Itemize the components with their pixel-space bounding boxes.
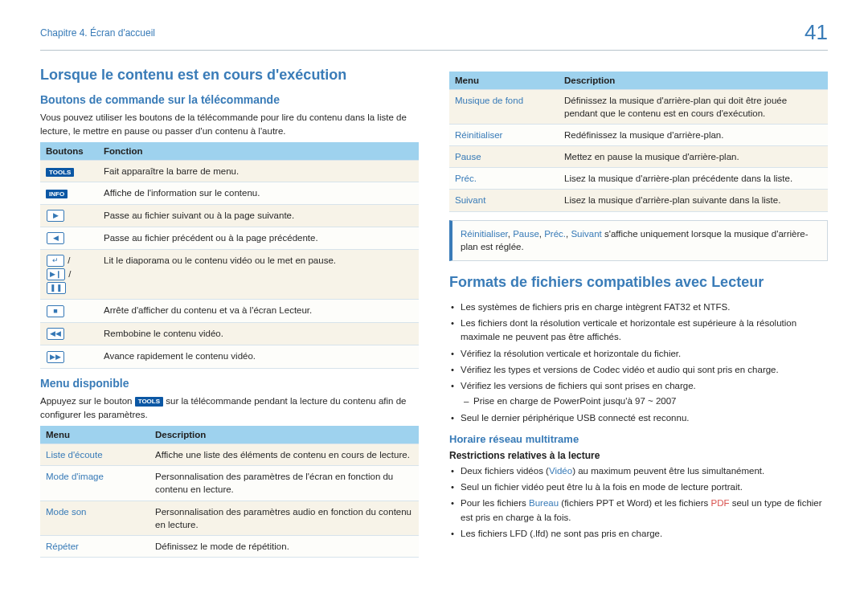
restrictions-list: Deux fichiers vidéos (Vidéo) au maximum … [449,464,828,541]
note-item: Suivant [571,229,601,239]
table-row: PauseMettez en pause la musique d'arrièr… [449,146,828,168]
fn-text: Fait apparaître la barre de menu. [98,161,419,182]
menu-table-right: Menu Description Musique de fondDéfiniss… [449,72,828,212]
table-row: ↵ / ▶❙ / ❚❚ Lit le diaporama ou le conte… [40,250,419,300]
next-icon: ▶ [47,210,64,222]
tools-badge-icon: TOOLS [46,168,74,178]
menu-intro-pre: Appuyez sur le bouton [40,396,135,406]
menu-item-name: Réinitialiser [455,130,502,140]
right-column: Menu Description Musique de fondDéfiniss… [449,67,828,566]
menu-item-desc: Définissez la musique d'arrière-plan qui… [559,90,828,125]
content-columns: Lorsque le contenu est en cours d'exécut… [40,67,828,566]
menu-item-desc: Personnalisation des paramètres de l'écr… [149,466,419,501]
list-item: Vérifiez la résolution verticale et hori… [449,347,828,361]
menu-item-name: Mode son [46,507,87,517]
menu-item-desc: Redéfinissez la musique d'arrière-plan. [559,125,828,146]
buttons-col-head-1: Fonction [98,142,419,161]
table-row: INFO Affiche de l'information sur le con… [40,182,419,204]
menu-col-head-0: Menu [40,426,149,444]
play-icon: ▶❙ [47,268,65,280]
note-item: Pause [513,229,539,239]
info-badge-icon: INFO [46,190,68,199]
list-item: Les systèmes de fichiers pris en charge … [449,300,828,314]
table-row: ◀◀ Rembobine le contenu vidéo. [40,322,419,345]
menu-item-desc: Lisez la musique d'arrière-plan suivante… [559,190,828,211]
table-row: RépéterDéfinissez le mode de répétition. [40,535,419,557]
fn-text: Passe au fichier suivant ou à la page su… [98,204,419,227]
rewind-icon: ◀◀ [47,328,64,340]
note-item: Réinitialiser [461,229,508,239]
menu-item-name: Liste d'écoute [46,450,103,460]
fn-text: Arrête d'afficher du contenu et va à l'é… [98,300,419,322]
subsection-network-schedule: Horaire réseau multitrame [449,433,828,445]
tools-badge-icon: TOOLS [135,397,163,407]
list-item: Pour les fichiers Bureau (fichiers PPT e… [449,497,828,525]
menu-item-desc: Affiche une liste des éléments de conten… [149,444,419,466]
prev-icon: ◀ [47,232,64,244]
table-row: ■ Arrête d'afficher du contenu et va à l… [40,300,419,322]
playpause-icon-group: ↵ / ▶❙ / ❚❚ [46,254,92,295]
page-number: 41 [805,20,828,45]
menu-table-left: Menu Description Liste d'écouteAffiche u… [40,426,419,558]
table-row: Liste d'écouteAffiche une liste des élém… [40,444,419,466]
menu-item-name: Répéter [46,541,79,551]
enter-icon: ↵ [47,255,64,267]
list-item: Vérifiez les types et versions de Codec … [449,363,828,377]
menu-item-name: Suivant [455,195,485,205]
table-row: Mode d'imagePersonnalisation des paramèt… [40,466,419,501]
remote-buttons-intro: Vous pouvez utiliser les boutons de la t… [40,111,419,137]
header-rule [40,50,828,51]
page-header: Chapitre 4. Écran d'accueil 41 [40,20,828,45]
menu-item-desc: Lisez la musique d'arrière-plan précéden… [559,168,828,190]
fn-text: Affiche de l'information sur le contenu. [98,182,419,204]
list-item: Seul un fichier vidéo peut être lu à la … [449,480,828,494]
list-item: Les fichiers dont la résolution vertical… [449,317,828,345]
menu-item-name: Préc. [455,174,477,183]
buttons-table: Boutons Fonction TOOLS Fait apparaître l… [40,142,419,369]
list-item: Deux fichiers vidéos (Vidéo) au maximum … [449,464,828,478]
menu-item-name: Musique de fond [455,96,523,105]
subsection-remote-buttons: Boutons de commande sur la télécommande [40,93,419,106]
menu-col-head-1: Description [559,72,828,90]
menu-item-name: Mode d'image [46,472,104,481]
document-page: Chapitre 4. Écran d'accueil 41 Lorsque l… [0,0,868,590]
table-row: ▶▶ Avance rapidement le contenu vidéo. [40,345,419,368]
section-title-running: Lorsque le contenu est en cours d'exécut… [40,67,419,84]
section-title-formats: Formats de fichiers compatibles avec Lec… [449,274,828,291]
table-row: Mode sonPersonnalisation des paramètres … [40,501,419,535]
table-row: ▶ Passe au fichier suivant ou à la page … [40,204,419,227]
fn-text: Avance rapidement le contenu vidéo. [98,345,419,368]
menu-item-desc: Définissez le mode de répétition. [149,535,419,557]
table-row: Préc.Lisez la musique d'arrière-plan pré… [449,168,828,190]
dash-subitem: Prise en charge de PowerPoint jusqu'à 97… [461,394,828,408]
list-item: Seul le dernier périphérique USB connect… [449,411,828,425]
formats-list: Les systèmes de fichiers pris en charge … [449,300,828,425]
left-column: Lorsque le contenu est en cours d'exécut… [40,67,419,566]
menu-item-desc: Mettez en pause la musique d'arrière-pla… [559,146,828,168]
fastforward-icon: ▶▶ [47,351,64,363]
note-item: Préc. [544,229,566,239]
menu-col-head-0: Menu [449,72,559,90]
table-row: TOOLS Fait apparaître la barre de menu. [40,161,419,182]
chapter-label: Chapitre 4. Écran d'accueil [40,27,155,39]
fn-text: Passe au fichier précédent ou à la page … [98,227,419,250]
menu-intro: Appuyez sur le bouton TOOLS sur la téléc… [40,394,419,421]
fn-text: Rembobine le contenu vidéo. [98,322,419,345]
fn-text: Lit le diaporama ou le contenu vidéo ou … [98,250,419,300]
table-row: ◀ Passe au fichier précédent ou à la pag… [40,227,419,250]
subheading-restrictions: Restrictions relatives à la lecture [449,450,828,461]
table-row: RéinitialiserRedéfinissez la musique d'a… [449,125,828,146]
list-item: Vérifiez les versions de fichiers qui so… [449,379,828,409]
subsection-available-menu: Menu disponible [40,377,419,390]
info-note: Réinitialiser, Pause, Préc., Suivant s'a… [449,220,828,261]
list-item: Les fichiers LFD (.lfd) ne sont pas pris… [449,527,828,541]
table-row: SuivantLisez la musique d'arrière-plan s… [449,190,828,211]
menu-item-name: Pause [455,152,481,161]
stop-icon: ■ [47,305,64,317]
table-row: Musique de fondDéfinissez la musique d'a… [449,90,828,125]
buttons-col-head-0: Boutons [40,142,98,161]
pause-icon: ❚❚ [47,282,66,294]
menu-col-head-1: Description [149,426,419,444]
menu-item-desc: Personnalisation des paramètres audio en… [149,501,419,535]
